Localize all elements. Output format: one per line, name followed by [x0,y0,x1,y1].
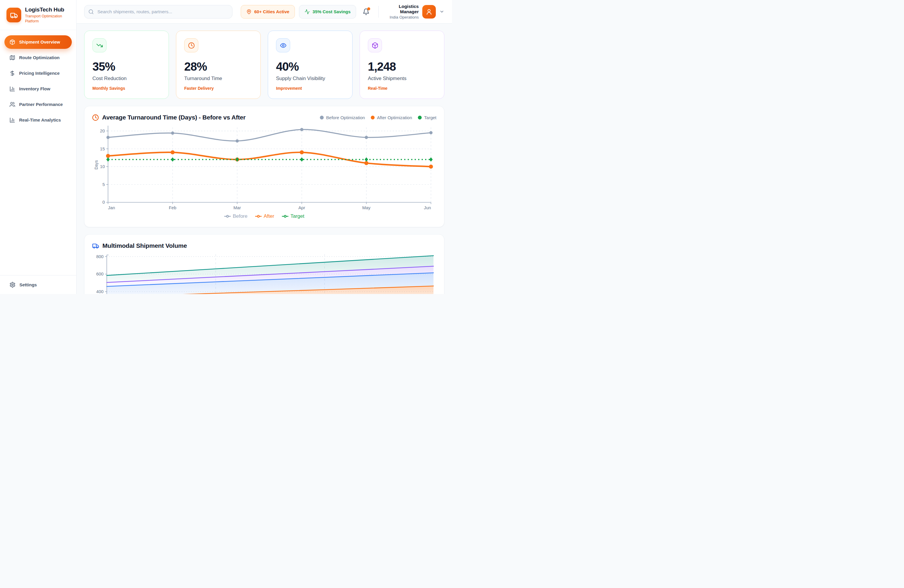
sidebar-item-label: Inventory Flow [19,86,50,91]
sidebar-item-label: Partner Performance [19,102,63,107]
chart-legend-bottom: Before After Target [92,213,436,219]
shipment-volume-area-chart: 400600800 [92,254,436,294]
stat-sublabel: Real-Time [368,86,436,91]
package-icon [368,38,382,52]
stat-sublabel: Monthly Savings [92,86,161,91]
trending-down-icon [92,38,106,52]
stat-sublabel: Improvement [276,86,344,91]
turnaround-line-chart: 05101520JanFebMarAprMayJunDays [92,124,436,212]
notification-dot [367,7,370,10]
chart-title: Multimodal Shipment Volume [103,242,187,249]
turnaround-chart-card: Average Turnaround Time (Days) - Before … [84,106,444,227]
search-wrap [84,5,232,19]
stat-card-supply-chain-visibility: 40% Supply Chain Visibility Improvement [268,31,352,99]
svg-text:Mar: Mar [233,205,241,210]
legend-dot [320,115,324,120]
line-marker-icon [224,215,231,218]
notifications-button[interactable] [362,8,370,15]
sidebar-item-real-time-analytics[interactable]: Real-Time Analytics [5,113,72,127]
avatar [422,5,436,19]
brand-name: LogisTech Hub [25,6,69,13]
stat-label: Active Shipments [368,76,436,82]
dollar-icon [9,70,15,76]
sidebar-item-label: Pricing Intelligence [19,71,60,76]
svg-text:400: 400 [96,289,104,294]
clock-icon [92,114,99,121]
svg-text:0: 0 [103,200,105,204]
map-icon [9,55,15,61]
clock-icon [184,38,198,52]
sidebar-item-label: Route Optimization [19,55,60,60]
legend-item-target: Target [418,115,436,120]
sidebar: LogisTech Hub Transport Optimization Pla… [0,0,76,294]
svg-text:Jan: Jan [108,205,115,210]
sidebar-item-route-optimization[interactable]: Route Optimization [5,51,72,65]
line-marker-icon [255,215,262,218]
legend-item-after-short: After [255,213,274,219]
content: 35% Cost Reduction Monthly Savings 28% T… [76,24,452,294]
stat-card-active-shipments: 1,248 Active Shipments Real-Time [360,31,444,99]
legend-dot [418,115,422,120]
svg-text:15: 15 [100,147,105,151]
svg-text:Jun: Jun [424,205,431,210]
settings-label: Settings [19,282,37,287]
stat-label: Cost Reduction [92,76,161,82]
legend-item-before: Before Optimization [320,115,365,120]
bar-chart-icon [9,117,15,123]
user-org: India Operations [385,15,419,19]
legend-item-after: After Optimization [371,115,412,120]
sidebar-item-shipment-overview[interactable]: Shipment Overview [5,35,72,49]
svg-text:Feb: Feb [169,205,177,210]
shipment-volume-chart-card: Multimodal Shipment Volume 400600800 [84,234,444,294]
svg-text:Apr: Apr [299,205,305,210]
svg-text:800: 800 [96,254,104,259]
stat-value: 1,248 [368,60,436,73]
user-text: Logistics Manager India Operations [385,4,419,19]
svg-text:600: 600 [96,271,104,277]
svg-text:5: 5 [103,182,105,187]
search-icon [88,9,94,14]
users-icon [9,101,15,107]
cost-savings-badge: 35% Cost Savings [299,5,356,19]
stat-label: Turnaround Time [184,76,253,82]
legend-dot [371,115,375,120]
stat-value: 28% [184,60,253,73]
eye-icon [276,38,290,52]
sidebar-nav: Shipment Overview Route Optimization Pri… [0,30,76,275]
sidebar-item-pricing-intelligence[interactable]: Pricing Intelligence [5,66,72,80]
stat-value: 40% [276,60,344,73]
sidebar-item-inventory-flow[interactable]: Inventory Flow [5,82,72,96]
sidebar-item-label: Real-Time Analytics [19,117,61,122]
stat-card-cost-reduction: 35% Cost Reduction Monthly Savings [84,31,169,99]
topbar: 60+ Cities Active 35% Cost Savings Logis… [76,0,452,24]
turnaround-chart-header: Average Turnaround Time (Days) - Before … [92,114,436,121]
sidebar-item-settings[interactable]: Settings [0,275,76,294]
chart-title: Average Turnaround Time (Days) - Before … [102,114,246,121]
stats-row: 35% Cost Reduction Monthly Savings 28% T… [84,31,444,99]
user-menu[interactable]: Logistics Manager India Operations [385,4,444,19]
sidebar-item-partner-performance[interactable]: Partner Performance [5,98,72,111]
cities-active-label: 60+ Cities Active [254,9,289,14]
shipment-volume-header: Multimodal Shipment Volume [92,242,436,249]
main-area: 60+ Cities Active 35% Cost Savings Logis… [76,0,452,294]
package-icon [9,39,15,45]
chart-legend-top: Before Optimization After Optimization T… [320,115,436,120]
svg-text:20: 20 [100,129,105,133]
svg-text:Days: Days [94,160,99,169]
legend-item-target-short: Target [282,213,304,219]
svg-text:10: 10 [100,164,105,169]
brand-block: LogisTech Hub Transport Optimization Pla… [0,0,76,30]
cost-savings-label: 35% Cost Savings [313,9,351,14]
user-name: Logistics Manager [385,4,419,14]
truck-icon [92,242,99,249]
stat-sublabel: Faster Delivery [184,86,253,91]
brand-text: LogisTech Hub Transport Optimization Pla… [25,6,69,24]
topbar-divider [378,6,379,17]
stat-card-turnaround-time: 28% Turnaround Time Faster Delivery [176,31,261,99]
svg-text:May: May [362,205,371,210]
line-marker-icon [282,215,288,218]
logo-truck-icon [6,8,21,22]
map-pin-icon [246,9,251,14]
stat-value: 35% [92,60,161,73]
search-input[interactable] [84,5,232,19]
